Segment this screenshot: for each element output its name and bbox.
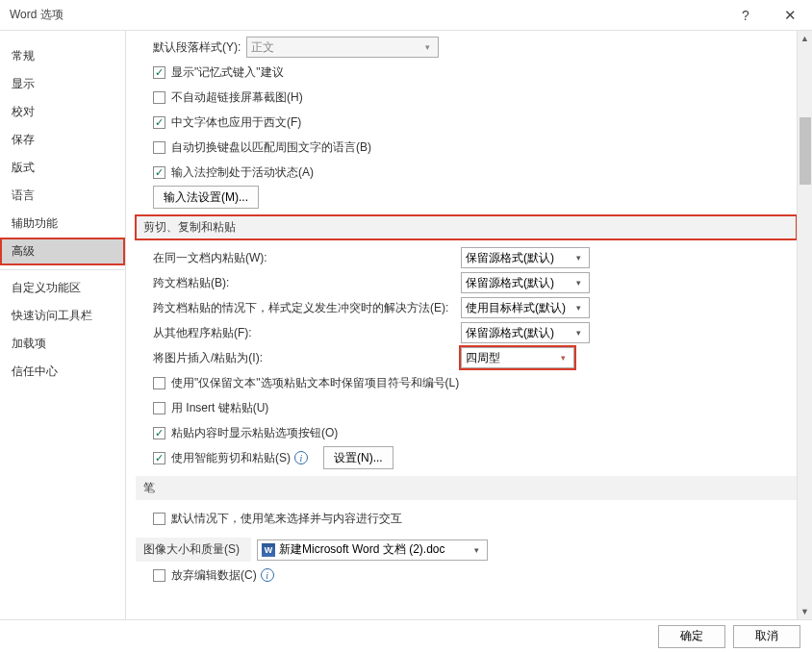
vertical-scrollbar[interactable]: ▲ ▼	[797, 31, 812, 619]
chevron-down-icon: ▾	[571, 278, 585, 288]
content-wrap: 默认段落样式(Y): 正文 ▾ ✓ 显示"记忆式键入"建议 不自动超链接屏幕截图…	[126, 31, 812, 619]
paste-between-docs-dropdown[interactable]: 保留源格式(默认) ▾	[461, 272, 590, 293]
cb-discard-label: 放弃编辑数据(C)	[171, 567, 257, 584]
checkbox[interactable]: ✓	[153, 66, 165, 79]
ccp-row2-label: 跨文档粘贴(B):	[153, 275, 461, 291]
cb-smart-row: ✓ 使用智能剪切和粘贴(S) i 设置(N)...	[136, 445, 797, 470]
checkbox[interactable]	[153, 91, 165, 104]
paste-within-dropdown[interactable]: 保留源格式(默认) ▾	[461, 247, 590, 268]
dd-value: 保留源格式(默认)	[466, 250, 571, 266]
paste-other-dropdown[interactable]: 保留源格式(默认) ▾	[461, 322, 590, 343]
sidebar-item-qat[interactable]: 快速访问工具栏	[0, 302, 125, 330]
ccp-row3-label: 跨文档粘贴的情况下，样式定义发生冲突时的解决方法(E):	[153, 300, 461, 316]
main: 常规 显示 校对 保存 版式 语言 辅助功能 高级 自定义功能区 快速访问工具栏…	[0, 31, 812, 619]
sidebar-item-layout[interactable]: 版式	[0, 154, 125, 182]
cb-discard-row: 放弃编辑数据(C) i	[136, 563, 797, 588]
cb-insertkey-label: 用 Insert 键粘贴(U)	[171, 400, 268, 416]
cb-cjk-label: 中文字体也应用于西文(F)	[171, 114, 301, 131]
checkbox[interactable]: ✓	[153, 116, 165, 129]
cb-memory-label: 显示"记忆式键入"建议	[171, 64, 284, 81]
checkbox[interactable]	[153, 402, 165, 414]
scroll-down-arrow[interactable]: ▼	[798, 604, 812, 619]
checkbox[interactable]: ✓	[153, 427, 165, 439]
ccp-row5: 将图片插入/粘贴为(I): 四周型 ▾	[136, 345, 797, 370]
sidebar-item-general[interactable]: 常规	[0, 42, 125, 70]
content: 默认段落样式(Y): 正文 ▾ ✓ 显示"记忆式键入"建议 不自动超链接屏幕截图…	[126, 31, 797, 619]
scroll-thumb[interactable]	[799, 117, 811, 185]
cb-cjk-row: ✓ 中文字体也应用于西文(F)	[136, 110, 797, 135]
checkbox[interactable]	[153, 569, 165, 582]
help-button[interactable]: ?	[723, 8, 768, 23]
cancel-button[interactable]: 取消	[733, 625, 800, 648]
sidebar-separator	[0, 269, 125, 270]
cb-ime-row: ✓ 输入法控制处于活动状态(A)	[136, 160, 797, 185]
checkbox[interactable]	[153, 377, 165, 389]
cb-insertkey-row: 用 Insert 键粘贴(U)	[136, 395, 797, 420]
sidebar-item-proofing[interactable]: 校对	[0, 98, 125, 126]
sidebar-item-addins[interactable]: 加载项	[0, 330, 125, 358]
cb-pen-label: 默认情况下，使用笔来选择并与内容进行交互	[171, 511, 402, 527]
ccp-row4-label: 从其他程序粘贴(F):	[153, 325, 461, 341]
cb-ime-label: 输入法控制处于活动状态(A)	[171, 164, 314, 181]
cb-keeptext-row: 使用"仅保留文本"选项粘贴文本时保留项目符号和编号(L)	[136, 370, 797, 395]
sidebar-item-customize-ribbon[interactable]: 自定义功能区	[0, 274, 125, 302]
dd-value: 保留源格式(默认)	[466, 275, 571, 291]
ccp-row5-label: 将图片插入/粘贴为(I):	[153, 350, 461, 366]
cb-memory-row: ✓ 显示"记忆式键入"建议	[136, 60, 797, 85]
checkbox[interactable]: ✓	[153, 452, 165, 464]
cb-showbtn-label: 粘贴内容时显示粘贴选项按钮(O)	[171, 425, 338, 441]
cb-keeptext-label: 使用"仅保留文本"选项粘贴文本时保留项目符号和编号(L)	[171, 375, 459, 391]
info-icon[interactable]: i	[294, 451, 308, 464]
default-para-value: 正文	[251, 39, 420, 56]
sidebar-item-language[interactable]: 语言	[0, 182, 125, 210]
cb-showbtn-row: ✓ 粘贴内容时显示粘贴选项按钮(O)	[136, 420, 797, 445]
image-doc-dropdown[interactable]: W 新建Microsoft Word 文档 (2).doc ▾	[257, 539, 488, 561]
sidebar-item-trust-center[interactable]: 信任中心	[0, 358, 125, 386]
default-para-row: 默认段落样式(Y): 正文 ▾	[136, 35, 797, 60]
dd-value: 四周型	[466, 350, 556, 366]
dd-value: 新建Microsoft Word 文档 (2).doc	[279, 541, 469, 558]
ime-btn-row: 输入法设置(M)...	[136, 185, 797, 210]
section-cut-copy-paste: 剪切、复制和粘贴	[136, 215, 797, 239]
sidebar-item-display[interactable]: 显示	[0, 70, 125, 98]
chevron-down-icon: ▾	[556, 353, 570, 363]
titlebar: Word 选项 ? ✕	[0, 0, 812, 31]
default-para-dropdown[interactable]: 正文 ▾	[246, 37, 439, 58]
chevron-down-icon: ▾	[469, 545, 483, 555]
paste-conflict-dropdown[interactable]: 使用目标样式(默认) ▾	[461, 297, 590, 318]
dd-value: 保留源格式(默认)	[466, 325, 571, 341]
ccp-row3: 跨文档粘贴的情况下，样式定义发生冲突时的解决方法(E): 使用目标样式(默认) …	[136, 295, 797, 320]
word-doc-icon: W	[262, 543, 275, 557]
ok-button[interactable]: 确定	[658, 625, 725, 648]
footer: 确定 取消	[0, 619, 812, 652]
smart-settings-button[interactable]: 设置(N)...	[323, 446, 393, 469]
sidebar-item-save[interactable]: 保存	[0, 126, 125, 154]
cb-smart-label: 使用智能剪切和粘贴(S)	[171, 450, 291, 466]
cb-nohyper-row: 不自动超链接屏幕截图(H)	[136, 85, 797, 110]
checkbox[interactable]: ✓	[153, 166, 165, 179]
window-title: Word 选项	[10, 7, 723, 23]
sidebar-item-accessibility[interactable]: 辅助功能	[0, 210, 125, 238]
chevron-down-icon: ▾	[571, 328, 585, 338]
info-icon[interactable]: i	[261, 568, 274, 582]
close-button[interactable]: ✕	[768, 7, 812, 24]
checkbox[interactable]	[153, 141, 165, 154]
cb-pen-row: 默认情况下，使用笔来选择并与内容进行交互	[136, 506, 797, 531]
cb-autokbd-label: 自动切换键盘以匹配周围文字的语言(B)	[171, 139, 371, 156]
insert-picture-dropdown[interactable]: 四周型 ▾	[461, 347, 574, 368]
ccp-row2: 跨文档粘贴(B): 保留源格式(默认) ▾	[136, 270, 797, 295]
scroll-up-arrow[interactable]: ▲	[798, 31, 812, 46]
cb-nohyper-label: 不自动超链接屏幕截图(H)	[171, 89, 303, 106]
chevron-down-icon: ▾	[571, 253, 585, 263]
chevron-down-icon: ▾	[571, 303, 585, 313]
sidebar: 常规 显示 校对 保存 版式 语言 辅助功能 高级 自定义功能区 快速访问工具栏…	[0, 31, 126, 619]
chevron-down-icon: ▾	[420, 42, 434, 52]
ccp-row1: 在同一文档内粘贴(W): 保留源格式(默认) ▾	[136, 245, 797, 270]
ime-settings-button[interactable]: 输入法设置(M)...	[153, 186, 259, 209]
section-image: 图像大小和质量(S)	[136, 538, 251, 562]
checkbox[interactable]	[153, 513, 165, 525]
default-para-label: 默认段落样式(Y):	[153, 39, 241, 56]
section-pen: 笔	[136, 476, 797, 500]
sidebar-item-advanced[interactable]: 高级	[0, 238, 125, 265]
cb-autokbd-row: 自动切换键盘以匹配周围文字的语言(B)	[136, 135, 797, 160]
